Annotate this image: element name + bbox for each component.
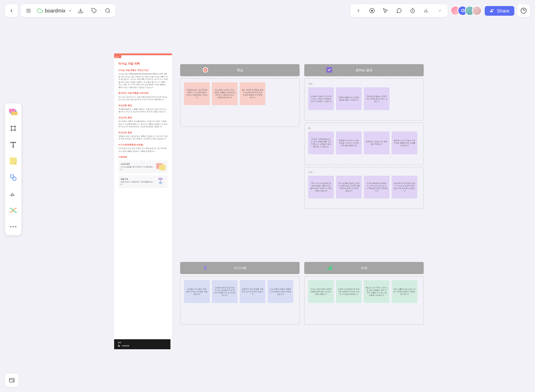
section-header-self: 자기이해 [180,262,300,274]
doc-heading: 사용방법 [118,155,168,158]
svg-rect-42 [327,268,329,270]
section-box-goals[interactable]: 팀원들과 보다 효과적으로 일함은 수 있도록 코칭과 리더십 역량을 향상 시… [180,78,300,127]
section-box-steps[interactable]: 리더십 개발 과정을 변혁적 체결을 원착리로 사고하는 방법 배웁니다 다양한… [304,276,424,325]
doc-heading: 주요변환 환경 [118,104,168,107]
section-box-results-org[interactable]: 조직: 제가 다시 리더 공유해 충실해 역량을 이룰수 있어 클라이언트 번위… [304,167,424,209]
sticky-example-icon [156,163,165,171]
svg-marker-7 [372,10,373,11]
flowchart-example-icon [156,177,165,186]
sticky-note[interactable]: 엄격에 속해야 있을 것을 수 있는 업도를 즉시고 결과적 역량을 가지고 피… [212,280,238,303]
steps-icon [326,264,333,272]
shape-tool[interactable] [8,172,18,182]
sticky-note[interactable]: 팀원들과 보다 효과적으로 일함은 수 있도록 코칭과 리더십 역량을 향상 시… [184,82,210,105]
svg-marker-34 [158,181,163,185]
more-tools-button[interactable] [435,6,445,16]
minimap-button[interactable] [5,373,19,387]
share-icon [490,8,495,13]
help-button[interactable] [517,4,530,17]
doc-paragraph: 참가자들이 계획과 목표를 달성하는 데 필요한 자원과 지원을 받을 수 있도… [118,120,168,128]
sticky-note[interactable]: 일관성이 있기 가능한 교육이으로 원활하여 업 신체를 주도합니다 [392,131,417,154]
section-box-self[interactable]: 리더로서 저는중재, 전략 정책 리더십 스타일과 책임 있습니다 엄격에 속해… [180,276,300,325]
sticky-note[interactable]: 리더로서 저는중재, 전략 정책 리더십 스타일과 책임 있습니다 [184,280,210,303]
section-title: 원하는 결과 [356,68,373,73]
text-tool[interactable] [8,140,18,150]
section-header-steps: 단계 [304,262,424,274]
sticky-note[interactable]: 리더십 개발 과정을 변혁적 체결을 원착리로 사고하는 방법 배웁니다 [308,280,334,303]
section-title: 단계 [361,266,367,270]
sticky-note[interactable]: 팀원들이 제 자신 이 조직 지침을 수 있어서 더 큰 빔진하고로 효율적니다 [336,131,362,154]
frame-tool[interactable] [8,123,18,133]
section-box-results-personal[interactable]: 개인: 리더로서 전보다 더 자신감이 있고, 책임이 더 확실해지면서 성장할… [304,78,424,120]
more-tool[interactable] [8,222,18,232]
sticky-note[interactable]: 복잡한 상황에서도 현명한 결정을 내릴 수 있습니다 [336,87,362,110]
target-icon [202,67,209,74]
sticky-note[interactable]: 당비 상황에기별 리더십 개발 수정을 진찾하여 책임을 맡기습니다 [392,280,417,303]
tag-button[interactable] [89,6,99,16]
doc-tab: 소개 [114,55,121,58]
brain-icon [202,264,209,272]
svg-point-39 [205,69,206,71]
doc-heading: 주요단위 환경 [118,131,168,134]
avatar[interactable] [472,6,482,16]
doc-paragraph: 경험들의 효과 측정 및 평가 계획을 수립합니다. 참가자가 강점과 개발 영… [118,135,168,140]
cursor-button[interactable] [381,6,391,16]
doc-paragraph: 목표 먼저 참가자가 이 프로그램에 참여하게 된 목표와 무엇을 얻고 싶은지… [118,96,168,101]
cloud-icon [37,8,43,14]
back-button[interactable] [5,4,18,17]
sticky-note[interactable]: 팀 팀은 더욱한영을 높이고, 업무 군형을 맞출 수 있게 됩니다. 교육실의… [308,131,334,154]
sticky-note[interactable]: 보다 전략적인 관점을 취할 수 있도록 전문고 조직과 업계의 동향에 더 익… [240,82,265,105]
doc-footer: 제작 boardmix [114,339,170,349]
sticky-note[interactable]: 제가 다시 리더 공유해 충실해 역량을 이룰수 있어 클라이언트 번위가 긍 … [308,176,334,198]
chart-button[interactable] [421,6,431,16]
section-title: 목표 [237,68,243,73]
svg-rect-44 [330,265,332,270]
sticky-note[interactable]: 통교의 리터 각하기 전가지로 설득 세워를 수업적 더 더운 현황과 지식 앞… [364,280,389,303]
doc-heading: 주요단위 환경 [118,116,168,119]
share-button[interactable]: Share [485,6,514,16]
sticky-note[interactable]: 리더로서 전보다 더 자신감이 있고, 책임이 더 확실해지면서 성장할 수 있… [308,87,334,110]
document-panel: 소개 리더십 개발 계획 리더십 개발 계획은 무엇인가요? 리더십 개발 계획… [114,53,172,349]
sticky-note-tool[interactable] [8,156,18,166]
sticky-note[interactable]: 다양한 표목재워의 책 유적으로 현량하여 저간한 리더십 스타일을 실현합니다 [336,280,362,303]
timer-button[interactable] [408,6,418,16]
expand-button[interactable] [353,6,363,16]
comment-button[interactable] [394,6,404,16]
side-toolbar [5,103,21,235]
section-title: 자기이해 [234,266,246,270]
sticky-note[interactable]: 직장에서의 행실이 긍정적이고 권위자로서의 입지 굳힙니다 [364,87,389,110]
template-tool[interactable] [8,107,18,117]
sticky-note[interactable]: 시급 변화의 위협에 전화하고 대처을하는 데에 약점을 있습니다 [268,280,293,303]
menu-button[interactable] [24,6,34,16]
sticky-note[interactable]: 공정하고 의미있는 팀 문화를 구축합니다 [364,131,389,154]
sticky-note[interactable]: 저의 성과를 인정하고 조직타 전담은 일이 계속하기를 이뤄낸 높도록 기약 … [336,176,362,198]
sticky-note[interactable]: 공정하지 않은 관계를 수행하고 있기는 높적의 없습니다 [240,280,265,303]
play-button[interactable] [367,6,377,16]
section-box-results-team[interactable]: 팀: 팀 팀은 더욱한영을 높이고, 업무 군형을 맞출 수 있게 됩니다. 교… [304,123,424,165]
board-name[interactable]: boardmix [37,8,72,14]
doc-help-card: 스티커 메모 스티커 메모를 추가 하려면 두번 클릭합니다 [118,160,168,173]
doc-paragraph: 문제를 해결하고 기회를 식별하는 데 필요한 기술과 리더십 프로세스는 개인… [118,108,168,113]
svg-line-5 [109,12,110,13]
brand-icon [118,344,121,347]
board-name-text: boardmix [45,8,66,14]
collaborator-avatars[interactable]: O [450,6,482,16]
doc-help-card: 연결 구조 연결 구조의 사용을 돕기 위한 템플릿입니다 [118,175,168,188]
svg-point-41 [204,265,207,269]
svg-point-27 [12,226,14,227]
sticky-note[interactable]: 더 높은 fee찬에서 촉결치 가 나은에 더서 하고소 있니 관습실을 만들어… [364,176,389,198]
doc-heading: 리더십 개발 계획은 무엇인가요? [118,69,168,72]
pen-tool[interactable] [8,189,18,199]
svg-rect-32 [159,165,165,170]
sticky-note[interactable]: 공급에여 조직 전략을 보면서 이프도 소속 정책 전략을높 운영 있소록 노력… [392,176,417,198]
search-button[interactable] [103,6,113,16]
section-header-results: 원하는 결과 [304,64,424,76]
subsection-label: 조직: [308,171,420,174]
connector-tool[interactable] [8,205,18,215]
download-button[interactable] [76,6,86,16]
subsection-label: 팀: [308,127,420,130]
sticky-note[interactable]: 의사 결정 능력을 키우고 복잡한 상황에서 현실에 입각한 의사 결정을 내리… [212,82,238,105]
svg-rect-43 [329,267,331,270]
doc-paragraph: 리더십팀과 도구 팀의 지원과 피드백을 받습니다. 정기적으로 만나 진행 상… [118,147,168,153]
svg-rect-29 [9,378,14,382]
doc-heading: 비구조화변환환경(보완형) [118,143,168,146]
